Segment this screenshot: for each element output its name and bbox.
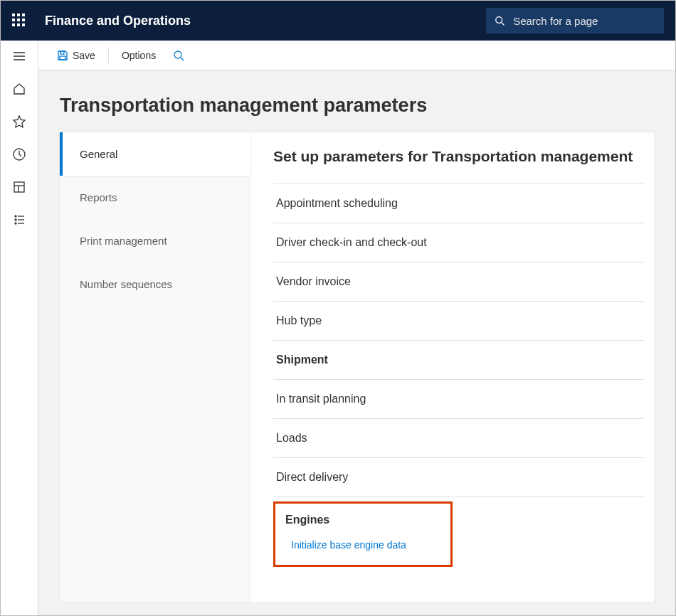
top-bar: Finance and Operations <box>1 1 675 41</box>
section-shipment[interactable]: Shipment <box>273 340 644 379</box>
tab-number-sequences[interactable]: Number sequences <box>60 262 250 306</box>
vertical-tabs: General Reports Print management Number … <box>60 132 250 602</box>
section-in-transit-planning[interactable]: In transit planning <box>273 379 644 418</box>
initialize-base-engine-data-link[interactable]: Initialize base engine data <box>285 539 443 551</box>
section-direct-delivery[interactable]: Direct delivery <box>273 457 644 496</box>
detail-title: Set up parameters for Transportation man… <box>273 148 644 165</box>
svg-point-17 <box>174 51 181 58</box>
section-driver-check[interactable]: Driver check-in and check-out <box>273 223 644 262</box>
svg-rect-15 <box>60 51 64 54</box>
svg-rect-16 <box>60 56 65 60</box>
tab-print-management[interactable]: Print management <box>60 219 250 262</box>
global-search[interactable] <box>486 8 664 33</box>
search-input[interactable] <box>513 15 655 27</box>
app-title: Finance and Operations <box>45 14 191 28</box>
svg-point-11 <box>15 219 16 221</box>
tab-reports[interactable]: Reports <box>60 176 250 219</box>
engines-title[interactable]: Engines <box>285 514 443 526</box>
favorites-icon[interactable] <box>11 113 28 130</box>
section-appointment-scheduling[interactable]: Appointment scheduling <box>273 184 644 223</box>
section-vendor-invoice[interactable]: Vendor invoice <box>273 262 644 301</box>
save-button[interactable]: Save <box>50 44 102 67</box>
detail-pane: Set up parameters for Transportation man… <box>250 132 654 602</box>
engines-highlight-box: Engines Initialize base engine data <box>273 501 453 567</box>
svg-line-18 <box>181 58 184 60</box>
save-label: Save <box>73 50 95 61</box>
page-search-button[interactable] <box>166 44 191 67</box>
options-button[interactable]: Options <box>115 44 163 67</box>
tab-general[interactable]: General <box>60 132 250 176</box>
section-loads[interactable]: Loads <box>273 418 644 457</box>
search-icon <box>495 15 505 26</box>
svg-rect-6 <box>14 182 24 192</box>
svg-point-13 <box>15 223 16 224</box>
home-icon[interactable] <box>11 80 28 97</box>
workspaces-icon[interactable] <box>11 179 28 196</box>
left-nav-rail <box>1 41 38 615</box>
section-engines: Engines Initialize base engine data <box>273 496 644 567</box>
search-icon <box>173 50 184 61</box>
action-bar: Save Options <box>38 41 675 70</box>
parameters-card: General Reports Print management Number … <box>60 132 654 602</box>
svg-point-9 <box>15 216 16 217</box>
modules-icon[interactable] <box>11 211 28 228</box>
save-icon <box>57 50 68 61</box>
hamburger-icon[interactable] <box>11 48 28 65</box>
app-launcher-icon[interactable] <box>12 14 26 28</box>
options-label: Options <box>122 50 156 61</box>
svg-line-1 <box>502 23 505 26</box>
recent-icon[interactable] <box>11 146 28 163</box>
section-hub-type[interactable]: Hub type <box>273 301 644 340</box>
page-title: Transportation management parameters <box>60 95 654 117</box>
svg-point-0 <box>496 17 502 23</box>
action-divider <box>108 48 109 63</box>
